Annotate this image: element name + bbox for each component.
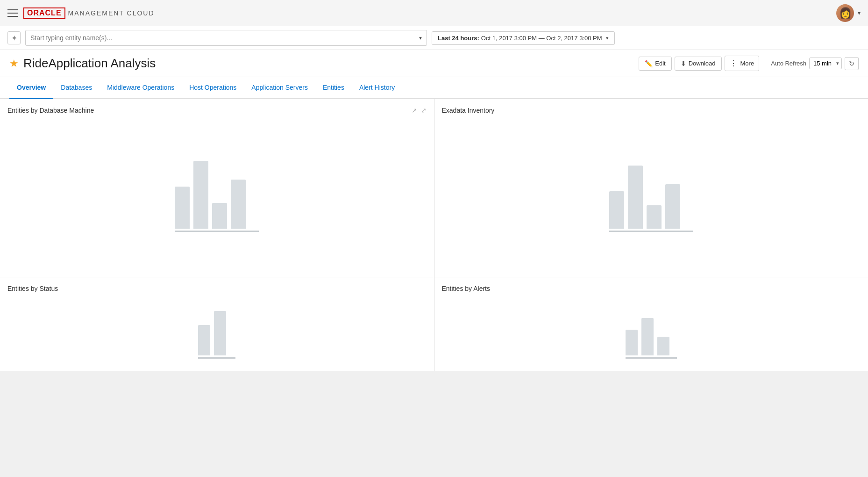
time-range-label: Last 24 hours: (438, 35, 479, 42)
page-actions: ✏️ Edit ⬇ Download ⋮ More Auto Refresh 1… (639, 56, 859, 71)
chart-bar (231, 180, 246, 229)
chart-bar (198, 325, 210, 355)
chart-bar (212, 203, 227, 229)
chart-bar (665, 184, 680, 229)
widget-title-text-status: Entities by Status (7, 285, 58, 292)
hamburger-menu[interactable] (7, 9, 18, 17)
tab-entities[interactable]: Entities (315, 77, 352, 99)
management-cloud-text: MANAGEMENT CLOUD (68, 9, 155, 17)
chart-bar (647, 205, 662, 229)
widget-title-exadata: Exadata Inventory (442, 107, 861, 114)
widget-icons-db: ↗ ⤢ (412, 107, 427, 114)
chart-bar (193, 161, 208, 229)
search-dropdown-arrow[interactable]: ▾ (419, 35, 422, 41)
sparkle-icon[interactable]: ✦ (7, 31, 21, 44)
search-bar: ✦ ▾ Last 24 hours: Oct 1, 2017 3:00 PM —… (0, 26, 868, 50)
external-link-icon[interactable]: ↗ (412, 107, 417, 114)
widget-title-text-alerts: Entities by Alerts (442, 285, 491, 292)
tab-overview[interactable]: Overview (9, 77, 53, 99)
chart-exadata (442, 120, 861, 241)
edit-button[interactable]: ✏️ Edit (639, 57, 671, 71)
chart-bars-db (175, 161, 259, 229)
chart-bars-status (198, 311, 235, 355)
chart-alerts (442, 298, 861, 363)
widget-title-alerts: Entities by Alerts (442, 285, 861, 292)
main-content: Entities by Database Machine ↗ ⤢ (0, 99, 868, 477)
chart-bar (609, 191, 624, 229)
more-dots-icon: ⋮ (730, 59, 738, 68)
chart-bar (628, 166, 643, 229)
chart-base-status (198, 357, 235, 359)
refresh-button[interactable]: ↻ (845, 57, 859, 70)
widget-exadata-inventory: Exadata Inventory (434, 99, 868, 277)
top-navigation: ORACLE MANAGEMENT CLOUD 👩 ▾ (0, 0, 868, 26)
refresh-interval-select[interactable]: 1 min 5 min 15 min 30 min 1 hour (809, 58, 842, 69)
time-dropdown-arrow[interactable]: ▾ (606, 35, 609, 41)
more-button[interactable]: ⋮ More (725, 56, 760, 71)
widget-title-text-db: Entities by Database Machine (7, 107, 94, 114)
download-icon: ⬇ (681, 60, 686, 67)
widget-title-entities-db: Entities by Database Machine ↗ ⤢ (7, 107, 427, 114)
nav-right: 👩 ▾ (836, 4, 861, 22)
dashboard-grid: Entities by Database Machine ↗ ⤢ (0, 99, 868, 371)
auto-refresh-area: Auto Refresh 1 min 5 min 15 min 30 min 1… (771, 57, 859, 70)
oracle-logo-text: ORACLE (23, 7, 65, 19)
chart-base-db (175, 231, 259, 232)
chart-entities-by-db (7, 120, 427, 241)
widget-entities-by-status: Entities by Status (0, 277, 434, 371)
chart-bars-exadata (609, 166, 693, 229)
chart-bars-alerts (626, 318, 677, 355)
edit-icon: ✏️ (645, 60, 653, 67)
user-avatar[interactable]: 👩 (836, 4, 854, 22)
tabs-bar: Overview Databases Middleware Operations… (0, 77, 868, 99)
expand-icon[interactable]: ⤢ (421, 107, 427, 114)
chart-bar (626, 330, 638, 355)
widget-entities-by-db-machine: Entities by Database Machine ↗ ⤢ (0, 99, 434, 277)
chart-status (7, 298, 427, 363)
time-range-picker[interactable]: Last 24 hours: Oct 1, 2017 3:00 PM — Oct… (432, 31, 615, 45)
tab-databases[interactable]: Databases (53, 77, 100, 99)
tab-host-operations[interactable]: Host Operations (182, 77, 244, 99)
search-input[interactable] (30, 34, 419, 42)
tab-application-servers[interactable]: Application Servers (244, 77, 315, 99)
tab-alert-history[interactable]: Alert History (352, 77, 402, 99)
auto-refresh-label: Auto Refresh (771, 60, 806, 67)
search-input-wrap: ▾ (25, 30, 427, 46)
widget-title-text-exadata: Exadata Inventory (442, 107, 495, 114)
favorite-star-icon[interactable]: ★ (9, 58, 19, 70)
oracle-logo: ORACLE MANAGEMENT CLOUD (23, 7, 155, 19)
divider (765, 58, 765, 69)
chart-base-exadata (609, 231, 693, 232)
download-button[interactable]: ⬇ Download (675, 57, 722, 71)
chart-bar (214, 311, 226, 355)
user-dropdown-arrow[interactable]: ▾ (858, 10, 861, 16)
widget-entities-by-alerts: Entities by Alerts (434, 277, 868, 371)
page-title: RideApplication Analysis (23, 56, 156, 71)
nav-left: ORACLE MANAGEMENT CLOUD (7, 7, 155, 19)
chart-bar (641, 318, 654, 355)
refresh-interval-select-wrap: 1 min 5 min 15 min 30 min 1 hour (809, 58, 842, 69)
tab-middleware-operations[interactable]: Middleware Operations (100, 77, 182, 99)
chart-base-alerts (626, 357, 677, 359)
page-title-area: ★ RideApplication Analysis (9, 56, 156, 71)
time-range-value: Oct 1, 2017 3:00 PM — Oct 2, 2017 3:00 P… (481, 35, 602, 42)
page-header: ★ RideApplication Analysis ✏️ Edit ⬇ Dow… (0, 50, 868, 77)
widget-title-status: Entities by Status (7, 285, 427, 292)
chart-bar (657, 337, 669, 355)
chart-bar (175, 187, 190, 229)
